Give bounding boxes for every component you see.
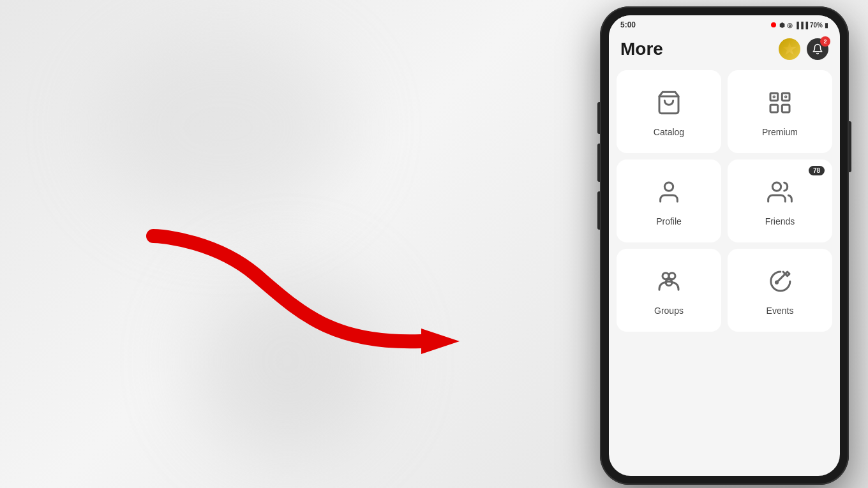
premium-menu-item[interactable]: Premium [728,70,832,153]
phone-device: 5:00 ⬢ ◎ ▐▐▐ 70% ▮ More [600,6,849,485]
catalog-label: Catalog [654,127,684,137]
svg-point-11 [669,273,675,279]
svg-point-13 [775,281,777,283]
record-dot [770,22,777,29]
events-menu-item[interactable]: Events [728,249,832,332]
premium-label: Premium [762,127,798,137]
catalog-icon [656,90,682,121]
status-time: 5:00 [620,20,636,29]
bg-blob-1 [96,32,351,223]
svg-rect-7 [785,96,786,98]
signal-bars: ▐▐▐ [795,22,808,29]
notification-badge: 2 [820,36,830,47]
groups-label: Groups [654,306,684,316]
robux-icon[interactable] [779,38,800,60]
status-icons: ⬢ ◎ ▐▐▐ 70% ▮ [770,22,828,29]
svg-rect-5 [782,105,789,112]
profile-icon [656,179,682,210]
svg-point-8 [664,182,673,191]
svg-rect-4 [770,105,778,112]
volume-down-button [597,191,600,230]
svg-rect-3 [782,93,789,101]
notification-bell-button[interactable]: 2 [807,38,828,60]
page-title: More [620,39,663,59]
events-label: Events [767,306,794,316]
svg-rect-2 [770,93,778,101]
premium-icon [767,90,793,121]
power-button [849,121,851,172]
svg-marker-0 [421,329,460,354]
bluetooth-icon: ⬢ [779,22,785,29]
menu-grid: Catalog Premium [609,65,840,337]
profile-label: Profile [656,216,682,226]
coin-inner [782,42,797,56]
friends-icon [767,179,793,210]
catalog-menu-item[interactable]: Catalog [617,70,721,153]
arrow-annotation [115,223,466,389]
battery-icon: ▮ [825,22,828,29]
header-icons: 2 [779,38,828,60]
profile-menu-item[interactable]: Profile [617,159,721,242]
phone-body: 5:00 ⬢ ◎ ▐▐▐ 70% ▮ More [600,6,849,485]
battery-percent: 70% [810,22,823,29]
volume-up-button [597,144,600,182]
friends-menu-item[interactable]: 78 Friends [728,159,832,242]
status-bar: 5:00 ⬢ ◎ ▐▐▐ 70% ▮ [609,15,840,32]
friends-label: Friends [765,216,795,226]
groups-icon [656,269,682,299]
svg-rect-6 [774,96,775,98]
phone-screen: 5:00 ⬢ ◎ ▐▐▐ 70% ▮ More [609,15,840,476]
groups-menu-item[interactable]: Groups [617,249,721,332]
events-icon [767,269,793,299]
friends-badge: 78 [809,166,825,175]
wifi-icon: ◎ [787,22,793,29]
app-header: More 2 [609,32,840,65]
svg-point-9 [772,182,781,191]
mute-button [597,102,600,134]
